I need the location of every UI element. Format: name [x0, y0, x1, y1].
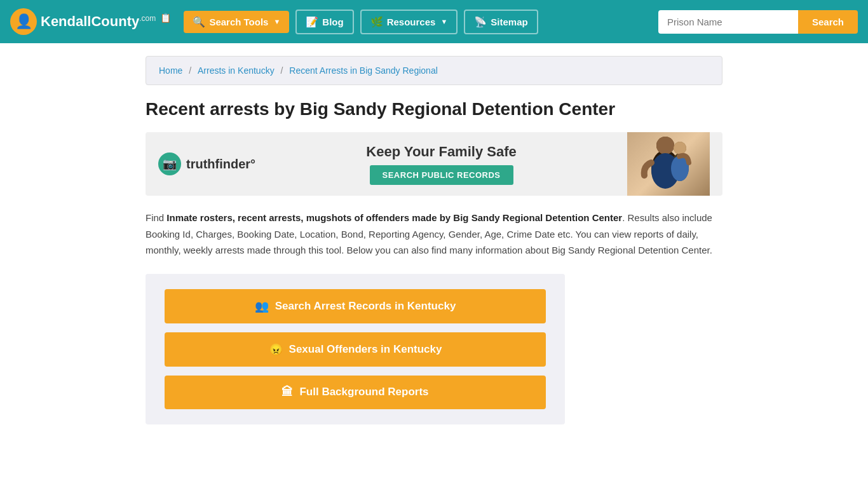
- nav-blog[interactable]: 📝 Blog: [295, 10, 353, 34]
- background-icon: 🏛: [281, 386, 293, 399]
- logo-avatar: 👤: [10, 8, 37, 35]
- search-arrest-records-button[interactable]: 👥 Search Arrest Records in Kentucky: [165, 289, 546, 323]
- breadcrumb-separator-1: /: [189, 65, 194, 76]
- main-content: Home / Arrests in Kentucky / Recent Arre…: [135, 43, 733, 437]
- blog-icon: 📝: [306, 16, 318, 28]
- svg-point-4: [656, 137, 674, 154]
- description-bold: Inmate rosters, recent arrests, mugshots…: [166, 212, 622, 223]
- background-reports-button[interactable]: 🏛 Full Background Reports: [165, 376, 546, 409]
- ad-cta-button[interactable]: SEARCH PUBLIC RECORDS: [370, 165, 513, 185]
- nav-resources[interactable]: 🌿 Resources ▼: [360, 10, 458, 34]
- ad-tagline: Keep Your Family Safe: [268, 144, 614, 160]
- resources-dropdown-arrow: ▼: [440, 18, 447, 25]
- search-button[interactable]: Search: [798, 10, 858, 34]
- ad-text-area: Keep Your Family Safe SEARCH PUBLIC RECO…: [268, 144, 614, 185]
- page-title: Recent arrests by Big Sandy Regional Det…: [146, 98, 722, 121]
- ad-logo-text: truthfinder°: [186, 157, 255, 172]
- ad-image: [627, 132, 710, 196]
- resources-icon: 🌿: [370, 16, 383, 28]
- nav-search-tools[interactable]: 🔍 Search Tools ▼: [184, 11, 289, 33]
- nav-sitemap[interactable]: 📡 Sitemap: [464, 10, 538, 34]
- breadcrumb-big-sandy[interactable]: Recent Arrests in Big Sandy Regional: [289, 65, 437, 76]
- site-header: 👤 KendallCounty.com 📋 🔍 Search Tools ▼ 📝…: [0, 0, 868, 43]
- svg-point-5: [674, 142, 686, 154]
- action-buttons-section: 👥 Search Arrest Records in Kentucky 😠 Se…: [146, 274, 565, 424]
- ad-banner: 📷 truthfinder° Keep Your Family Safe SEA…: [146, 132, 722, 196]
- site-logo[interactable]: 👤 KendallCounty.com 📋: [10, 8, 171, 35]
- header-search: Search: [658, 10, 858, 34]
- ad-illustration: [630, 134, 707, 194]
- offenders-icon: 😠: [269, 342, 283, 356]
- truthfinder-icon: 📷: [158, 152, 181, 175]
- search-tools-icon: 🔍: [193, 16, 205, 28]
- breadcrumb-home[interactable]: Home: [159, 65, 182, 76]
- prison-name-input[interactable]: [658, 10, 798, 34]
- dropdown-arrow: ▼: [273, 18, 280, 25]
- sexual-offenders-button[interactable]: 😠 Sexual Offenders in Kentucky: [165, 332, 546, 367]
- page-description: Find Inmate rosters, recent arrests, mug…: [146, 210, 722, 259]
- breadcrumb-arrests-ky[interactable]: Arrests in Kentucky: [198, 65, 275, 76]
- breadcrumb-separator-2: /: [281, 65, 286, 76]
- ad-logo: 📷 truthfinder°: [158, 152, 255, 175]
- sitemap-icon: 📡: [474, 16, 487, 28]
- site-name: KendallCounty.com 📋: [41, 13, 171, 30]
- arrest-records-icon: 👥: [255, 299, 269, 313]
- breadcrumb: Home / Arrests in Kentucky / Recent Arre…: [146, 56, 722, 85]
